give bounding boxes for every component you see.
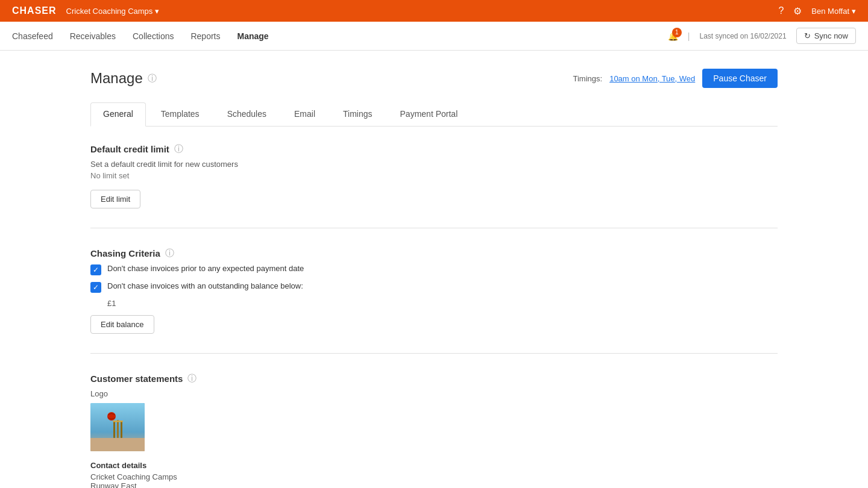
svg-rect-3 — [117, 420, 119, 438]
checkbox-label-1: Don't chase invoices prior to any expect… — [107, 264, 304, 273]
page-help-icon[interactable]: ⓘ — [148, 73, 157, 84]
checkbox-label-2: Don't chase invoices with an outstanding… — [107, 281, 303, 290]
balance-value: £1 — [107, 299, 778, 308]
check-icon-2: ✓ — [93, 283, 99, 292]
page-header-right: Timings: 10am on Mon, Tue, Wed Pause Cha… — [573, 69, 778, 88]
checkbox-row-2: ✓ Don't chase invoices with an outstandi… — [90, 281, 778, 293]
page-header: Manage ⓘ Timings: 10am on Mon, Tue, Wed … — [90, 69, 778, 88]
user-chevron-icon: ▾ — [852, 7, 856, 16]
logo-label: Logo — [90, 389, 778, 398]
page-title-row: Manage ⓘ — [90, 70, 157, 87]
customer-statements-title: Customer statements — [90, 374, 183, 384]
timings-value[interactable]: 10am on Mon, Tue, Wed — [609, 74, 695, 83]
checkbox-1[interactable]: ✓ — [90, 264, 101, 275]
sync-icon: ↻ — [804, 31, 811, 40]
nav-collections[interactable]: Collections — [133, 31, 174, 41]
customer-statements-title-row: Customer statements ⓘ — [90, 373, 778, 384]
credit-limit-help-icon[interactable]: ⓘ — [174, 143, 183, 155]
topbar: CHASER Cricket Coaching Camps ▾ ? ⚙ Ben … — [0, 0, 868, 22]
contact-details-title: Contact details — [90, 461, 778, 470]
divider: | — [688, 31, 690, 41]
nav-reports[interactable]: Reports — [190, 31, 220, 41]
tab-general[interactable]: General — [90, 102, 146, 127]
notification-badge: 1 — [672, 28, 682, 37]
tabs: General Templates Schedules Email Timing… — [90, 102, 778, 127]
user-menu[interactable]: Ben Moffat ▾ — [811, 7, 856, 16]
tab-schedules[interactable]: Schedules — [215, 102, 279, 127]
navbar-right: 🔔 1 | Last synced on 16/02/2021 ↻ Sync n… — [668, 28, 856, 44]
navbar: Chasefeed Receivables Collections Report… — [0, 22, 868, 51]
credit-limit-section: Default credit limit ⓘ Set a default cre… — [90, 143, 778, 228]
checkbox-row-1: ✓ Don't chase invoices prior to any expe… — [90, 264, 778, 275]
user-name: Ben Moffat — [811, 7, 849, 16]
edit-limit-button[interactable]: Edit limit — [90, 190, 140, 208]
chasing-criteria-section: Chasing Criteria ⓘ ✓ Don't chase invoice… — [90, 248, 778, 354]
sync-now-button[interactable]: ↻ Sync now — [796, 28, 856, 44]
sync-label: Sync now — [814, 31, 848, 40]
logo-svg — [90, 403, 145, 451]
edit-balance-button[interactable]: Edit balance — [90, 315, 154, 334]
main-content: Manage ⓘ Timings: 10am on Mon, Tue, Wed … — [66, 51, 802, 488]
svg-rect-4 — [121, 421, 122, 438]
customer-statements-help-icon[interactable]: ⓘ — [187, 373, 197, 384]
brand-logo: CHASER — [12, 5, 57, 16]
logo-image — [90, 403, 145, 451]
tab-payment-portal[interactable]: Payment Portal — [388, 102, 471, 127]
notification-button[interactable]: 🔔 1 — [668, 31, 678, 41]
settings-icon[interactable]: ⚙ — [793, 5, 802, 17]
nav-chasefeed[interactable]: Chasefeed — [12, 31, 53, 41]
nav-receivables[interactable]: Receivables — [70, 31, 116, 41]
company-chevron-icon: ▾ — [155, 7, 159, 16]
chasing-criteria-title: Chasing Criteria — [90, 248, 160, 258]
customer-statements-section: Customer statements ⓘ Logo — [90, 373, 778, 488]
topbar-right: ? ⚙ Ben Moffat ▾ — [778, 5, 856, 17]
svg-rect-2 — [113, 421, 115, 438]
credit-limit-title: Default credit limit — [90, 144, 169, 154]
checkbox-2[interactable]: ✓ — [90, 282, 101, 293]
pause-chaser-button[interactable]: Pause Chaser — [702, 69, 778, 88]
tab-templates[interactable]: Templates — [148, 102, 212, 127]
company-name: Cricket Coaching Camps — [66, 7, 153, 16]
credit-limit-desc: Set a default credit limit for new custo… — [90, 160, 778, 169]
nav-links: Chasefeed Receivables Collections Report… — [12, 31, 269, 41]
svg-rect-1 — [90, 438, 145, 451]
nav-manage[interactable]: Manage — [237, 31, 269, 41]
sync-status: Last synced on 16/02/2021 — [700, 32, 787, 40]
chasing-criteria-help-icon[interactable]: ⓘ — [165, 248, 174, 259]
credit-limit-sub: No limit set — [90, 171, 778, 180]
contact-line-2: Runway East — [90, 481, 778, 488]
contact-line-1: Cricket Coaching Camps — [90, 472, 778, 481]
credit-limit-title-row: Default credit limit ⓘ — [90, 143, 778, 155]
company-selector[interactable]: Cricket Coaching Camps ▾ — [66, 7, 160, 16]
help-icon[interactable]: ? — [778, 5, 784, 16]
page-title: Manage — [90, 70, 143, 87]
topbar-left: CHASER Cricket Coaching Camps ▾ — [12, 5, 159, 16]
tab-timings[interactable]: Timings — [330, 102, 385, 127]
timings-label: Timings: — [573, 74, 603, 83]
check-icon-1: ✓ — [93, 266, 99, 274]
tab-email[interactable]: Email — [281, 102, 328, 127]
svg-rect-5 — [113, 421, 123, 422]
chasing-criteria-title-row: Chasing Criteria ⓘ — [90, 248, 778, 259]
